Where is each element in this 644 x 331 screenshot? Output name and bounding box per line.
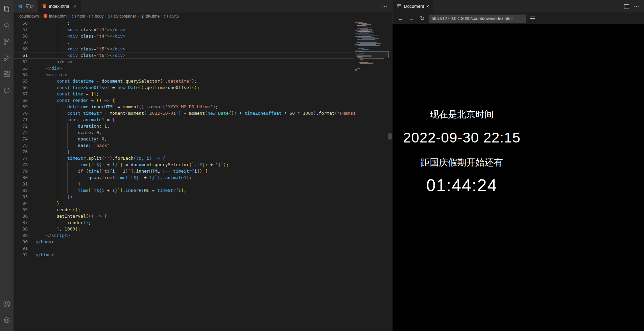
code-line-77[interactable]: 77timeStr.split('').forEach((x, i) => { — [14, 155, 392, 161]
hamburger-menu-icon[interactable] — [530, 17, 535, 20]
line-number[interactable]: 68 — [14, 97, 28, 104]
breadcrumb-item-div-t6[interactable]: div.t6 — [164, 14, 179, 19]
line-number[interactable]: 57 — [14, 26, 28, 33]
explorer-icon[interactable] — [0, 1, 14, 17]
back-button[interactable]: ← — [397, 15, 405, 22]
line-number[interactable]: 64 — [14, 71, 28, 78]
line-number[interactable]: 60 — [14, 46, 28, 52]
line-number[interactable]: 63 — [14, 65, 28, 71]
line-number[interactable]: 62 — [14, 59, 28, 65]
line-number[interactable]: 89 — [14, 232, 28, 239]
code-line-63[interactable]: 63</div> — [14, 65, 392, 71]
tab-document[interactable]: Document × — [392, 0, 433, 13]
line-number[interactable]: 66 — [14, 84, 28, 91]
close-icon[interactable]: × — [426, 4, 429, 9]
code-line-82[interactable]: 82time[`t${i + 1}`].innerHTML = timeStr[… — [14, 187, 392, 194]
code-line-62[interactable]: 62</div> — [14, 59, 392, 65]
line-number[interactable]: 58 — [14, 33, 28, 39]
code-line-57[interactable]: 57<div class="t3"></div> — [14, 26, 392, 33]
history-icon[interactable] — [0, 82, 14, 98]
code-line-81[interactable]: 81} — [14, 181, 392, 187]
url-input[interactable]: http://127.0.0.1:3000/countdown/index.ht… — [429, 15, 526, 23]
code-editor[interactable]: 56:57<div class="t3"></div>58<div class=… — [14, 20, 392, 331]
code-line-89[interactable]: 89</script> — [14, 232, 392, 239]
breadcrumb-item-countdown[interactable]: countdown — [19, 14, 39, 19]
editor-more-actions-button[interactable]: ⋯ — [382, 0, 392, 13]
code-line-56[interactable]: 56: — [14, 20, 392, 26]
code-line-79[interactable]: 79if (time[`t${i + 1}`].innerHTML !== ti… — [14, 168, 392, 174]
line-number[interactable]: 67 — [14, 91, 28, 97]
code-line-73[interactable]: 73scale: 0, — [14, 129, 392, 136]
editor-scrollbar-thumb[interactable] — [388, 133, 392, 140]
line-number[interactable]: 72 — [14, 123, 28, 129]
code-line-65[interactable]: 65const datetime = document.querySelecto… — [14, 78, 392, 84]
breadcrumb-item-div-time[interactable]: div.time — [140, 14, 160, 19]
code-line-87[interactable]: 87render(); — [14, 219, 392, 226]
line-number[interactable]: 83 — [14, 194, 28, 200]
line-number[interactable]: 82 — [14, 187, 28, 194]
line-number[interactable]: 65 — [14, 78, 28, 84]
code-line-75[interactable]: 75ease: 'back' — [14, 142, 392, 149]
line-number[interactable]: 86 — [14, 213, 28, 219]
line-number[interactable]: 76 — [14, 149, 28, 155]
code-line-83[interactable]: 83}) — [14, 194, 392, 200]
line-number[interactable]: 78 — [14, 161, 28, 168]
line-number[interactable]: 91 — [14, 245, 28, 251]
line-number[interactable]: 59 — [14, 39, 28, 46]
line-number[interactable]: 74 — [14, 136, 28, 142]
minimap-slider[interactable] — [355, 51, 389, 58]
line-number[interactable]: 90 — [14, 239, 28, 245]
code-line-69[interactable]: 69datetime.innerHTML = moment().format('… — [14, 104, 392, 110]
line-number[interactable]: 79 — [14, 168, 28, 174]
line-number[interactable]: 85 — [14, 206, 28, 213]
line-number[interactable]: 88 — [14, 226, 28, 232]
minimap[interactable] — [355, 20, 389, 331]
code-line-72[interactable]: 72duration: 1, — [14, 123, 392, 129]
code-line-78[interactable]: 78time[`t${i + 1}`] = document.querySele… — [14, 161, 392, 168]
line-number[interactable]: 73 — [14, 129, 28, 136]
line-number[interactable]: 56 — [14, 20, 28, 26]
code-line-90[interactable]: 90</body> — [14, 239, 392, 245]
code-line-84[interactable]: 84} — [14, 200, 392, 206]
tab-get-started[interactable]: 开始 — [14, 0, 38, 13]
code-line-86[interactable]: 86setInterval(() => { — [14, 213, 392, 219]
extensions-icon[interactable] — [0, 66, 14, 82]
line-number[interactable]: 75 — [14, 142, 28, 149]
code-line-80[interactable]: 80gsap.from(time[`t${i + 1}`], animate1)… — [14, 174, 392, 181]
breadcrumb-item-div-container[interactable]: div.container — [108, 14, 136, 19]
code-line-88[interactable]: 88}, 1000); — [14, 226, 392, 232]
code-line-66[interactable]: 66const timeZoneOffset = new Date().getT… — [14, 84, 392, 91]
code-line-76[interactable]: 76} — [14, 149, 392, 155]
code-line-68[interactable]: 68const render = () => { — [14, 97, 392, 104]
code-line-70[interactable]: 70const timeStr = moment(moment('2022-10… — [14, 110, 392, 116]
code-line-71[interactable]: 71const animate1 = { — [14, 116, 392, 123]
account-icon[interactable] — [0, 296, 14, 312]
run-debug-icon[interactable] — [0, 50, 14, 66]
settings-gear-icon[interactable] — [0, 312, 14, 328]
code-line-74[interactable]: 74opacity: 0, — [14, 136, 392, 142]
line-number[interactable]: 87 — [14, 219, 28, 226]
preview-more-actions-button[interactable]: ⋯ — [634, 3, 639, 9]
code-line-58[interactable]: 58<div class="t4"></div> — [14, 33, 392, 39]
split-editor-icon[interactable] — [624, 4, 629, 8]
line-number[interactable]: 71 — [14, 116, 28, 123]
search-icon[interactable] — [0, 17, 14, 34]
code-line-91[interactable]: 91 — [14, 245, 392, 251]
close-icon[interactable]: × — [73, 4, 76, 9]
line-number[interactable]: 77 — [14, 155, 28, 161]
tab-index-html[interactable]: 5index.html× — [38, 0, 81, 13]
breadcrumb-item-html[interactable]: html — [72, 14, 85, 19]
line-number[interactable]: 92 — [14, 251, 28, 258]
line-number[interactable]: 84 — [14, 200, 28, 206]
code-line-59[interactable]: 59: — [14, 39, 392, 46]
code-line-60[interactable]: 60<div class="t5"></div> — [14, 46, 392, 52]
code-line-67[interactable]: 67const time = {}; — [14, 91, 392, 97]
line-number[interactable]: 80 — [14, 174, 28, 181]
code-line-64[interactable]: 64<script> — [14, 71, 392, 78]
code-line-85[interactable]: 85render(); — [14, 206, 392, 213]
line-number[interactable]: 81 — [14, 181, 28, 187]
reload-button[interactable]: ↻ — [418, 15, 426, 22]
source-control-icon[interactable] — [0, 34, 14, 50]
line-number[interactable]: 69 — [14, 104, 28, 110]
breadcrumb-item-index-html[interactable]: 5index.html — [43, 14, 68, 19]
